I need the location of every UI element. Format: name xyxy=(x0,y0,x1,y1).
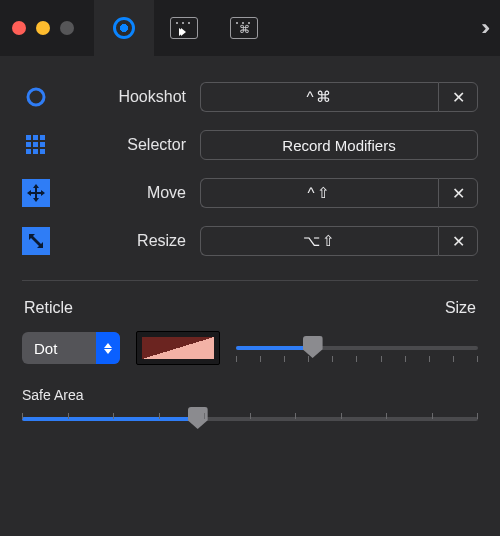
toolbar-tabs xyxy=(94,0,274,56)
svg-rect-8 xyxy=(33,149,38,154)
color-swatch xyxy=(142,337,214,359)
safe-area-slider[interactable] xyxy=(22,417,478,421)
move-label: Move xyxy=(76,184,186,202)
svg-rect-7 xyxy=(26,149,31,154)
svg-rect-3 xyxy=(40,135,45,140)
hookshot-icon xyxy=(22,83,50,111)
window-close-button[interactable] xyxy=(12,21,26,35)
tab-selector[interactable] xyxy=(154,0,214,56)
svg-point-0 xyxy=(28,89,44,105)
target-icon xyxy=(113,17,135,39)
reticle-section: Reticle Size Dot xyxy=(22,299,478,365)
resize-shortcut-field[interactable]: ⌥⇧ xyxy=(200,226,438,256)
resize-icon xyxy=(22,227,50,255)
preferences-pane: Hookshot ^⌘ ✕ Selector Record Modifiers xyxy=(0,56,500,433)
move-shortcut-field[interactable]: ^⇧ xyxy=(200,178,438,208)
select-stepper-icon xyxy=(96,332,120,364)
tab-shortcuts[interactable] xyxy=(214,0,274,56)
row-move: Move ^⇧ ✕ xyxy=(22,178,478,208)
reticle-color-well[interactable] xyxy=(136,331,220,365)
safe-area-slider-wrap xyxy=(22,417,478,421)
selector-shortcut-field[interactable]: Record Modifiers xyxy=(200,130,478,160)
reticle-heading: Reticle xyxy=(24,299,73,317)
resize-label: Resize xyxy=(76,232,186,250)
window-controls xyxy=(12,21,74,35)
move-shortcut-clear[interactable]: ✕ xyxy=(438,178,478,208)
move-icon xyxy=(22,179,50,207)
reticle-size-heading: Size xyxy=(445,299,476,317)
safe-area-heading: Safe Area xyxy=(22,387,478,403)
svg-rect-5 xyxy=(33,142,38,147)
hookshot-shortcut-clear[interactable]: ✕ xyxy=(438,82,478,112)
reticle-style-value: Dot xyxy=(34,340,57,357)
toolbar-overflow-button[interactable]: ›› xyxy=(481,15,490,41)
shortcut-rows: Hookshot ^⌘ ✕ Selector Record Modifiers xyxy=(22,82,478,256)
hookshot-label: Hookshot xyxy=(76,88,186,106)
svg-rect-2 xyxy=(33,135,38,140)
reticle-size-slider-wrap xyxy=(236,332,478,364)
tab-hookshot[interactable] xyxy=(94,0,154,56)
section-divider xyxy=(22,280,478,281)
row-hookshot: Hookshot ^⌘ ✕ xyxy=(22,82,478,112)
svg-rect-9 xyxy=(40,149,45,154)
safe-area-section: Safe Area xyxy=(22,387,478,421)
selector-icon xyxy=(22,131,50,159)
svg-rect-4 xyxy=(26,142,31,147)
reticle-style-select[interactable]: Dot xyxy=(22,332,120,364)
hookshot-shortcut-field[interactable]: ^⌘ xyxy=(200,82,438,112)
selector-label: Selector xyxy=(76,136,186,154)
window-minimize-button[interactable] xyxy=(36,21,50,35)
window-zoom-button[interactable] xyxy=(60,21,74,35)
svg-rect-1 xyxy=(26,135,31,140)
selector-window-icon xyxy=(170,17,198,39)
titlebar: ›› xyxy=(0,0,500,56)
reticle-size-slider[interactable] xyxy=(236,346,478,350)
row-selector: Selector Record Modifiers xyxy=(22,130,478,160)
command-window-icon xyxy=(230,17,258,39)
row-resize: Resize ⌥⇧ ✕ xyxy=(22,226,478,256)
svg-rect-6 xyxy=(40,142,45,147)
resize-shortcut-clear[interactable]: ✕ xyxy=(438,226,478,256)
